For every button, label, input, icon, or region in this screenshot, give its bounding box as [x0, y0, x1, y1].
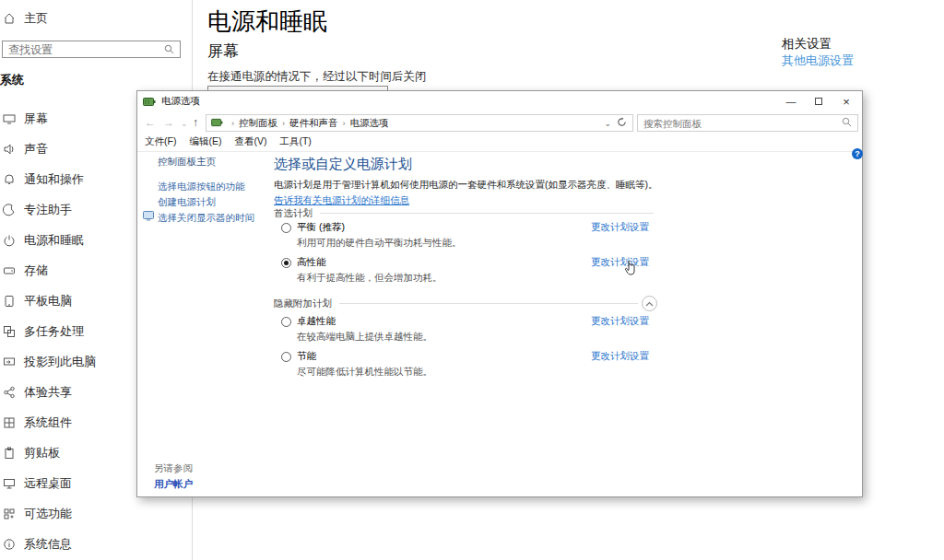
dialog-navbar: ← → ⌄ ↑ › 控制面板 › 硬件和声音 › 电源选项 ⌄	[137, 111, 862, 135]
sidebar-item-label: 远程桌面	[24, 475, 72, 492]
display-time-icon	[143, 211, 154, 223]
radio-balanced[interactable]	[281, 223, 291, 233]
battery-icon	[143, 97, 156, 107]
plan-intro-text: 电源计划是用于管理计算机如何使用电源的一套硬件和系统设置(如显示器亮度、睡眠等)…	[274, 177, 665, 208]
screen: 主页 系统 屏幕 声音 通知和操作 专注助手 电源和睡眠	[0, 0, 944, 560]
sidebar-item-label: 系统信息	[24, 536, 72, 553]
plan-name-ultimate-performance: 卓越性能	[297, 315, 336, 328]
collapse-additional-plans-button[interactable]	[642, 296, 657, 311]
hide-additional-plans-group-label: 隐藏附加计划	[274, 298, 339, 310]
radio-ultimate-performance[interactable]	[281, 317, 291, 327]
back-icon[interactable]: ←	[145, 116, 156, 129]
dialog-heading: 选择或自定义电源计划	[274, 156, 412, 173]
remote-desktop-icon	[2, 477, 16, 491]
breadcrumb-hardware-sound[interactable]: 硬件和声音	[289, 117, 338, 130]
plan-name-balanced: 平衡 (推荐)	[297, 221, 345, 234]
plan-desc-ultimate-performance: 在较高端电脑上提供卓越性能。	[297, 331, 432, 344]
sidebar-item-label: 屏幕	[24, 111, 48, 127]
page-title: 电源和睡眠	[207, 6, 327, 38]
sidebar-item-label: 平板电脑	[24, 293, 72, 309]
menu-view[interactable]: 查看(V)	[234, 135, 266, 151]
sidebar-section-system: 系统	[0, 72, 24, 88]
related-settings-heading: 相关设置	[782, 36, 832, 52]
notifications-icon	[2, 173, 16, 187]
plan-name-high-performance: 高性能	[297, 256, 326, 269]
dialog-menubar: 文件(F) 编辑(E) 查看(V) 工具(T)	[137, 135, 862, 151]
sidebar-home-label: 主页	[24, 10, 48, 27]
menu-edit[interactable]: 编辑(E)	[189, 135, 221, 151]
help-icon[interactable]: ?	[852, 148, 863, 159]
search-icon	[842, 117, 852, 129]
plan-desc-power-saver: 尽可能降低计算机性能以节能。	[297, 366, 432, 379]
breadcrumb-separator: ›	[282, 119, 285, 128]
breadcrumb-control-panel[interactable]: 控制面板	[239, 117, 277, 130]
plan-desc-balanced: 利用可用的硬件自动平衡功耗与性能。	[297, 237, 462, 250]
up-icon[interactable]: ↑	[193, 116, 198, 129]
radio-power-saver[interactable]	[281, 352, 291, 362]
sidebar-item-label: 系统组件	[24, 414, 72, 431]
sidebar-item-label: 存储	[24, 262, 48, 279]
screen-section-heading: 屏幕	[207, 41, 239, 62]
close-button[interactable]: ×	[832, 91, 860, 111]
settings-search-box[interactable]	[2, 41, 181, 58]
control-panel-search-input[interactable]	[638, 118, 842, 129]
optional-features-icon	[2, 508, 16, 521]
power-sleep-icon	[2, 234, 16, 248]
settings-search-input[interactable]	[3, 43, 164, 56]
choose-display-off-time-link[interactable]: 选择关闭显示器的时间	[158, 212, 254, 225]
sidebar-item-optional-features[interactable]: 可选功能	[0, 505, 192, 523]
battery-icon	[211, 118, 223, 129]
sidebar-item-label: 体验共享	[24, 384, 72, 401]
preferred-plans-group-label: 首选计划	[274, 207, 320, 220]
sidebar-item-about[interactable]: 系统信息	[0, 535, 192, 554]
sidebar-item-label: 电源和睡眠	[24, 232, 84, 249]
screen-timeout-label: 在接通电源的情况下，经过以下时间后关闭	[207, 69, 427, 85]
recent-pages-chevron-icon[interactable]: ⌄	[181, 119, 188, 128]
group-divider	[319, 213, 654, 214]
multitasking-icon	[2, 325, 16, 339]
choose-power-buttons-link[interactable]: 选择电源按钮的功能	[158, 181, 245, 193]
menu-file[interactable]: 文件(F)	[145, 135, 176, 151]
minimize-button[interactable]: —	[777, 91, 805, 111]
group-divider	[334, 303, 638, 304]
user-accounts-link[interactable]: 用户帐户	[154, 478, 193, 491]
clipboard-icon	[2, 447, 16, 461]
additional-power-settings-link[interactable]: 其他电源设置	[782, 52, 854, 69]
create-power-plan-link[interactable]: 创建电源计划	[158, 196, 216, 209]
breadcrumb-separator: ›	[231, 119, 234, 128]
sidebar-item-label: 通知和操作	[24, 171, 84, 188]
tell-me-more-link[interactable]: 告诉我有关电源计划的详细信息	[274, 194, 409, 205]
home-icon	[2, 12, 16, 26]
menu-tools[interactable]: 工具(T)	[279, 135, 311, 151]
breadcrumb-separator: ›	[343, 119, 346, 128]
control-panel-home-link[interactable]: 控制面板主页	[158, 156, 216, 169]
forward-icon[interactable]: →	[163, 116, 174, 129]
sidebar-item-home[interactable]: 主页	[0, 9, 192, 28]
control-panel-search-box[interactable]	[637, 114, 858, 132]
dialog-title: 电源选项	[161, 95, 200, 108]
sidebar-item-label: 声音	[24, 141, 48, 158]
plan-intro-body: 电源计划是用于管理计算机如何使用电源的一套硬件和系统设置(如显示器亮度、睡眠等)…	[274, 179, 658, 190]
toolbar-divider	[137, 151, 862, 152]
search-icon	[164, 41, 174, 58]
about-icon	[2, 538, 16, 552]
maximize-button[interactable]	[805, 91, 832, 111]
breadcrumb-power-options[interactable]: 电源选项	[350, 117, 389, 130]
system-components-icon	[2, 416, 16, 430]
dialog-titlebar[interactable]: 电源选项 — ×	[137, 91, 862, 111]
radio-high-performance[interactable]	[281, 258, 291, 268]
storage-icon	[2, 264, 16, 278]
address-dropdown-icon[interactable]: ⌄	[604, 119, 611, 128]
change-plan-settings-link-power-saver[interactable]: 更改计划设置	[557, 350, 649, 363]
refresh-icon[interactable]	[617, 117, 627, 129]
sidebar-item-label: 投影到此电脑	[24, 354, 96, 370]
see-also-label: 另请参阅	[154, 462, 193, 475]
change-plan-settings-link-ultimate[interactable]: 更改计划设置	[557, 315, 649, 328]
plan-name-power-saver: 节能	[297, 350, 316, 363]
maximize-icon	[815, 98, 822, 105]
plan-desc-high-performance: 有利于提高性能，但会增加功耗。	[297, 272, 442, 285]
address-bar[interactable]: › 控制面板 › 硬件和声音 › 电源选项 ⌄	[206, 114, 633, 132]
sidebar-item-label: 多任务处理	[24, 323, 84, 340]
change-plan-settings-link-high-performance[interactable]: 更改计划设置	[557, 256, 649, 269]
change-plan-settings-link-balanced[interactable]: 更改计划设置	[557, 221, 649, 234]
